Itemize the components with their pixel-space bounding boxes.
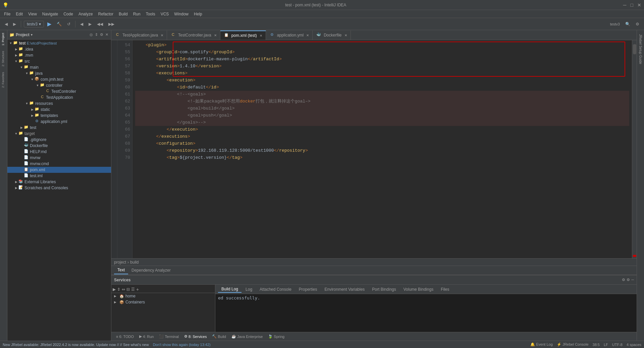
services-add-new-btn[interactable]: + [136,287,139,292]
tree-item-mvn[interactable]: ▶ 📁 .mvn [7,52,111,58]
tab-applicationyml[interactable]: ⚙ application.yml ✕ [266,30,313,40]
run-button[interactable]: ▶ [45,20,53,28]
maximize-button[interactable]: □ [631,2,633,8]
java-enterprise-btn[interactable]: ☕ Java Enterprise [229,334,265,339]
menu-navigate[interactable]: Navigate [40,11,61,17]
tab-dockerfile[interactable]: 🐳 Dockerfile ✕ [313,30,351,40]
jrebel-console-btn[interactable]: ⚡ JRebel Console [557,342,589,347]
project-chevron[interactable]: ▾ [31,33,33,37]
tab-pomxml[interactable]: 📋 pom.xml (test) ✕ [220,30,266,40]
tree-item-templates[interactable]: ▶ 📁 templates [7,113,111,119]
jrebel-setup-label[interactable]: JRebel Setup Guide [637,33,644,66]
code-content[interactable]: <plugin> <groupId>com.spotify</groupId> … [132,40,632,258]
tree-item-helpmd[interactable]: 📄 HELP.md [7,149,111,155]
settings-button[interactable]: ⚙ [634,21,641,27]
service-item-containers[interactable]: ▶ 📦 Containers [111,299,215,305]
services-tab-log[interactable]: Log [242,286,256,292]
jrebel-notification[interactable]: New JRebel available: JRebel 2022.4.2 is… [3,343,149,347]
menu-code[interactable]: Code [61,11,76,17]
nav-next2[interactable]: ▶▶ [106,21,116,27]
services-expand-btn[interactable]: ⇕ [117,287,120,292]
tree-item-idea[interactable]: ▶ 📁 .idea [7,46,111,52]
menu-tools[interactable]: Tools [143,11,158,17]
tree-item-root[interactable]: ▼ 📁 test E:\etcdProject\test [7,40,111,46]
breadcrumb-build[interactable]: build [130,260,139,265]
menu-refactor[interactable]: Refactor [96,11,116,17]
tree-item-scratches[interactable]: ▶ 📝 Scratches and Consoles [7,185,111,191]
nav-prev[interactable]: ◀ [78,21,85,27]
event-log-btn[interactable]: 🔔 Event Log [530,342,553,347]
build-btn[interactable]: 🔨 Build [210,334,228,339]
window-controls[interactable]: ─ □ ✕ [623,2,641,8]
left-panel-favorites[interactable]: 2: Favorites [0,69,7,90]
nav-prev2[interactable]: ◀◀ [95,21,105,27]
tab-dockerfile-close[interactable]: ✕ [344,33,347,37]
menu-analyze[interactable]: Analyze [76,11,96,17]
tree-item-gitignore[interactable]: 📄 .gitignore [7,137,111,143]
locate-file-btn[interactable]: ◎ [89,32,94,38]
tree-item-static[interactable]: ▶ 📁 static [7,107,111,113]
tree-item-src[interactable]: ▼ 📁 src [7,58,111,64]
tree-item-main[interactable]: ▼ 📁 main [7,64,111,70]
tab-testapplication[interactable]: C TestApplication.java ✕ [111,30,167,40]
left-panel-project[interactable]: 1: Project [0,30,7,48]
terminal-btn[interactable]: ⬛ Terminal [157,334,181,339]
run-config-selector[interactable]: testv3 ▾ [24,21,44,27]
services-group-btn[interactable]: ☰ [131,287,135,292]
breadcrumb-project[interactable]: project [114,260,126,265]
tree-item-mvnw[interactable]: 📄 mvnw [7,155,111,161]
services-settings-btn[interactable]: ⚙ [622,278,625,282]
tab-testapplication-close[interactable]: ✕ [161,33,163,37]
minimize-button[interactable]: ─ [623,2,627,8]
close-button[interactable]: ✕ [637,2,641,8]
tree-item-testapplication[interactable]: C TestApplication [7,94,111,100]
spring-btn[interactable]: 🍃 Spring [266,334,286,339]
expand-btn[interactable]: ⇕ [94,32,99,38]
tab-testcontroller-close[interactable]: ✕ [214,33,217,37]
tab-text[interactable]: Text [114,266,128,274]
todo-btn[interactable]: ≡ 6: TODO [114,334,136,339]
services-minimize-btn[interactable]: ─ [631,278,634,282]
services-collapse-btn[interactable]: ⇔ [122,287,125,292]
close-panel-btn[interactable]: ✕ [105,32,109,38]
services-tab-volumes[interactable]: Volume Bindings [400,286,437,292]
tree-item-test[interactable]: ▶ 📁 test [7,125,111,131]
menu-vcs[interactable]: VCS [158,11,172,17]
build-button[interactable]: 🔨 [55,21,64,27]
tree-item-external-libs[interactable]: ▶ 📚 External Libraries [7,179,111,185]
tree-item-resources[interactable]: ▼ 📁 resources [7,100,111,107]
tree-item-testcontroller[interactable]: C TestController [7,88,111,94]
services-gear-btn[interactable]: ⚙ [627,278,630,282]
services-btn[interactable]: ⚙ 8: Services [182,334,209,339]
services-tab-properties[interactable]: Properties [296,286,321,292]
service-item-home[interactable]: ▶ 🏠 home [111,293,215,299]
forward-button[interactable]: ▶ [11,21,18,27]
indent[interactable]: 4 spaces [627,343,641,347]
tab-dependency-analyzer[interactable]: Dependency Analyzer [128,267,174,274]
tree-item-pomxml[interactable]: 📋 pom.xml [7,167,111,173]
tree-item-target[interactable]: ▼ 📁 target [7,131,111,137]
services-filter-btn[interactable]: ⊟ [126,287,130,292]
line-ending[interactable]: LF [604,343,608,347]
tree-item-dockerfile[interactable]: 🐳 Dockerfile [7,143,111,149]
tab-pomxml-close[interactable]: ✕ [260,34,262,38]
project-settings-btn[interactable]: ⚙ [99,32,104,38]
services-tab-console[interactable]: Attached Console [256,286,295,292]
tab-applicationyml-close[interactable]: ✕ [306,33,309,37]
services-tab-buildlog[interactable]: Build Log [218,286,241,293]
tab-testcontroller[interactable]: C TestController.java ✕ [167,30,220,40]
tree-item-application-yml[interactable]: ⚙ application.yml [7,119,111,125]
cursor-position[interactable]: 38:5 [593,343,600,347]
reload-button[interactable]: ↺ [65,21,72,27]
services-tab-files[interactable]: Files [437,286,452,292]
menu-build[interactable]: Build [116,11,130,17]
menu-edit[interactable]: Edit [13,11,25,17]
menu-window[interactable]: Window [171,11,191,17]
menu-run[interactable]: Run [130,11,143,17]
menu-file[interactable]: File [1,11,13,17]
menu-help[interactable]: Help [191,11,205,17]
dismiss-notification[interactable]: Don't show this again (today 13:42) [153,343,211,347]
tree-item-controller[interactable]: ▼ 📁 controller [7,82,111,88]
encoding[interactable]: UTF-8 [612,343,623,347]
nav-next[interactable]: ▶ [87,21,94,27]
